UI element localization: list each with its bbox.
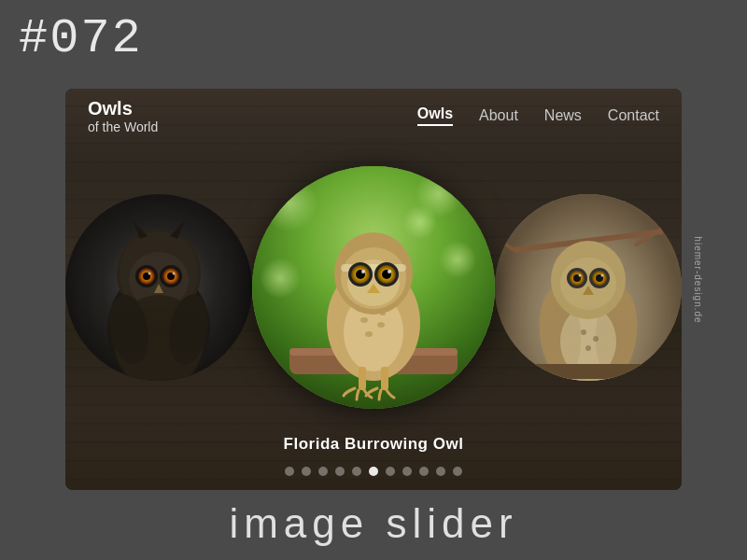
brand-title: Owls	[88, 97, 417, 119]
nav-links: Owls About News Contact	[417, 105, 659, 126]
nav-item-owls[interactable]: Owls	[417, 105, 453, 126]
svg-point-56	[581, 329, 586, 335]
slide-center[interactable]	[252, 166, 495, 409]
slider-dot-6[interactable]	[386, 467, 395, 476]
svg-point-30	[377, 322, 385, 328]
main-card: Owls of the World Owls About News Contac…	[65, 89, 682, 490]
svg-point-23	[260, 258, 301, 299]
svg-point-57	[593, 336, 599, 342]
brand-subtitle: of the World	[88, 119, 417, 134]
svg-point-14	[173, 273, 176, 275]
svg-rect-46	[359, 367, 366, 390]
slider-dot-4[interactable]	[352, 467, 361, 476]
svg-point-24	[403, 205, 437, 239]
nav-item-about[interactable]: About	[479, 107, 518, 124]
svg-rect-70	[532, 364, 644, 379]
svg-point-68	[601, 274, 604, 277]
slide-caption: Florida Burrowing Owl	[284, 435, 464, 454]
svg-rect-47	[381, 367, 388, 390]
svg-point-43	[361, 270, 365, 273]
slider-dot-9[interactable]	[436, 467, 445, 476]
svg-point-31	[365, 331, 373, 337]
watermark-text: hiemer-design.de	[693, 236, 703, 323]
slider-dot-10[interactable]	[453, 467, 462, 476]
page-type-label: image slider	[0, 500, 747, 547]
svg-point-13	[148, 273, 151, 275]
slider-dot-7[interactable]	[402, 467, 412, 476]
svg-point-22	[439, 241, 476, 278]
slider-dots	[285, 467, 462, 476]
right-owl-image	[495, 194, 682, 381]
brand: Owls of the World	[88, 97, 417, 134]
slide-right[interactable]	[495, 194, 682, 381]
svg-point-67	[579, 274, 582, 277]
circles-row	[65, 157, 682, 418]
slider-area: Florida Burrowing Owl	[65, 143, 682, 490]
slider-dot-8[interactable]	[419, 467, 429, 476]
slider-dot-2[interactable]	[318, 467, 328, 476]
svg-point-20	[261, 175, 317, 231]
slider-dot-5[interactable]	[369, 467, 378, 476]
slider-dot-0[interactable]	[285, 467, 294, 476]
slider-dot-1[interactable]	[302, 467, 311, 476]
svg-point-58	[585, 345, 591, 351]
svg-point-29	[360, 317, 368, 323]
svg-point-44	[388, 270, 391, 273]
nav-item-contact[interactable]: Contact	[608, 107, 659, 124]
slider-dot-3[interactable]	[335, 467, 345, 476]
page-number-label: #072	[19, 11, 143, 66]
slide-left[interactable]	[65, 194, 252, 381]
nav-item-news[interactable]: News	[544, 107, 582, 124]
center-owl-image	[252, 166, 495, 409]
navbar: Owls of the World Owls About News Contac…	[65, 89, 682, 143]
left-owl-image	[65, 194, 252, 381]
